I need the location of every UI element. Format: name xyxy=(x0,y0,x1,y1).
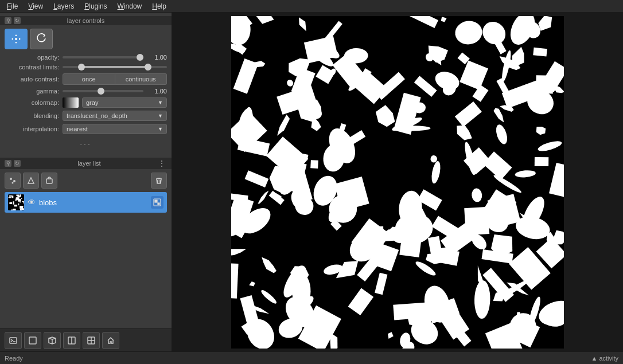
activity-label: activity xyxy=(599,355,618,362)
layer-list-header-icons: ⚲ ↻ xyxy=(5,160,21,167)
layer-item-blobs[interactable]: 👁 blobs xyxy=(5,192,167,213)
lock-icon[interactable]: ⚲ xyxy=(5,17,11,24)
thumbnail-canvas xyxy=(8,194,24,210)
layer-list-header: ⚲ ↻ layer list ⋮ xyxy=(0,158,172,169)
activity-button[interactable]: ▲ activity xyxy=(591,355,618,362)
menu-window[interactable]: Window xyxy=(113,1,147,11)
svg-rect-7 xyxy=(155,200,157,202)
layer-refresh-icon[interactable]: ↻ xyxy=(14,160,21,167)
svg-rect-10 xyxy=(29,337,36,344)
svg-point-2 xyxy=(13,180,15,182)
layer-toolbar xyxy=(5,173,167,189)
menu-view[interactable]: View xyxy=(24,1,48,11)
layer-lock-icon[interactable]: ⚲ xyxy=(5,160,11,167)
contrast-label: contrast limits: xyxy=(5,64,59,71)
svg-rect-8 xyxy=(158,203,159,205)
layer-name: blobs xyxy=(39,198,147,207)
gamma-slider[interactable] xyxy=(63,90,143,92)
move-tool-button[interactable] xyxy=(5,29,28,49)
add-points-layer-button[interactable] xyxy=(5,173,21,189)
svg-point-1 xyxy=(10,178,12,180)
interpolation-row: interpolation: nearest ▼ xyxy=(5,124,167,134)
svg-rect-5 xyxy=(46,179,52,183)
activity-arrow-icon: ▲ xyxy=(591,355,597,362)
status-text: Ready xyxy=(5,355,23,362)
refresh-icon[interactable]: ↻ xyxy=(14,17,21,24)
opacity-value: 1.00 xyxy=(147,54,167,61)
layer-controls-title: layer controls xyxy=(67,17,104,24)
menu-file[interactable]: File xyxy=(2,1,22,11)
interpolation-dropdown[interactable]: nearest ▼ xyxy=(63,124,167,134)
colormap-row: colormap: gray ▼ xyxy=(5,97,167,108)
transform-tools-row xyxy=(5,29,167,49)
more-options-dots[interactable]: ··· xyxy=(5,137,167,151)
contrast-track[interactable] xyxy=(63,66,167,68)
opacity-row: opacity: 1.00 xyxy=(5,54,167,61)
status-bar: Ready ▲ activity xyxy=(0,351,623,364)
header-left-icons: ⚲ ↻ xyxy=(5,17,21,24)
auto-contrast-row: auto-contrast: once continuous xyxy=(5,73,167,85)
add-labels-layer-button[interactable] xyxy=(41,173,57,189)
opacity-slider-container xyxy=(63,56,143,58)
visibility-icon[interactable]: 👁 xyxy=(28,198,36,207)
opacity-label: opacity: xyxy=(5,54,59,61)
auto-contrast-label: auto-contrast: xyxy=(5,76,59,83)
left-panel: ⚲ ↻ layer controls xyxy=(0,13,172,351)
blending-value: translucent_no_depth xyxy=(67,112,127,119)
interpolation-label: interpolation: xyxy=(5,126,59,132)
menu-bar: File View Layers Plugins Window Help xyxy=(0,0,623,13)
image-layer-button[interactable] xyxy=(24,332,41,349)
menu-plugins[interactable]: Plugins xyxy=(80,1,111,11)
colormap-label: colormap: xyxy=(5,99,59,106)
viewer-canvas xyxy=(231,16,564,349)
layer-type-icon xyxy=(151,196,163,209)
colormap-value: gray xyxy=(86,99,98,106)
interpolation-arrow-icon: ▼ xyxy=(158,126,163,132)
blending-label: blending: xyxy=(5,112,59,119)
home-button[interactable] xyxy=(102,332,119,349)
layer-list-panel: ⚲ ↻ layer list ⋮ xyxy=(0,154,172,328)
grid-view-button[interactable] xyxy=(83,332,100,349)
3d-object-button[interactable] xyxy=(44,332,61,349)
layer-list-title: layer list xyxy=(77,160,100,167)
svg-marker-4 xyxy=(28,178,34,183)
gamma-label: gamma: xyxy=(5,88,59,95)
console-button[interactable] xyxy=(5,332,22,349)
blending-row: blending: translucent_no_depth ▼ xyxy=(5,111,167,121)
contrast-slider-container xyxy=(63,66,167,68)
content-area: ⚲ ↻ layer controls xyxy=(0,13,623,351)
layer-list-menu-icon[interactable]: ⋮ xyxy=(158,159,167,168)
auto-contrast-continuous-button[interactable]: continuous xyxy=(115,73,168,85)
auto-contrast-buttons: once continuous xyxy=(63,73,167,85)
menu-help[interactable]: Help xyxy=(147,1,171,11)
bottom-toolbar xyxy=(0,328,172,351)
blending-dropdown[interactable]: translucent_no_depth ▼ xyxy=(63,111,167,121)
contrast-thumb-right[interactable] xyxy=(145,64,151,71)
delete-layer-button[interactable] xyxy=(151,173,167,189)
blending-arrow-icon: ▼ xyxy=(158,113,163,119)
layer-thumbnail xyxy=(8,194,24,210)
svg-point-3 xyxy=(12,182,14,184)
layer-controls-panel: ⚲ ↻ layer controls xyxy=(0,13,172,154)
auto-contrast-once-button[interactable]: once xyxy=(63,73,115,85)
menu-layers[interactable]: Layers xyxy=(49,1,79,11)
contrast-thumb-left[interactable] xyxy=(78,64,85,71)
colormap-dropdown[interactable]: gray ▼ xyxy=(82,97,167,108)
gamma-slider-container xyxy=(63,90,143,92)
split-view-button[interactable] xyxy=(63,332,80,349)
interpolation-value: nearest xyxy=(67,126,88,132)
svg-point-0 xyxy=(15,38,17,40)
layer-controls-header: ⚲ ↻ layer controls xyxy=(0,16,172,25)
gamma-row: gamma: 1.00 xyxy=(5,88,167,95)
opacity-slider[interactable] xyxy=(63,56,143,58)
add-shapes-layer-button[interactable] xyxy=(23,173,39,189)
rotate-tool-button[interactable] xyxy=(30,29,53,49)
contrast-row: contrast limits: xyxy=(5,64,167,71)
colormap-preview xyxy=(63,97,79,108)
colormap-arrow-icon: ▼ xyxy=(158,100,163,105)
viewer-area[interactable] xyxy=(172,13,623,351)
gamma-value: 1.00 xyxy=(147,88,167,95)
